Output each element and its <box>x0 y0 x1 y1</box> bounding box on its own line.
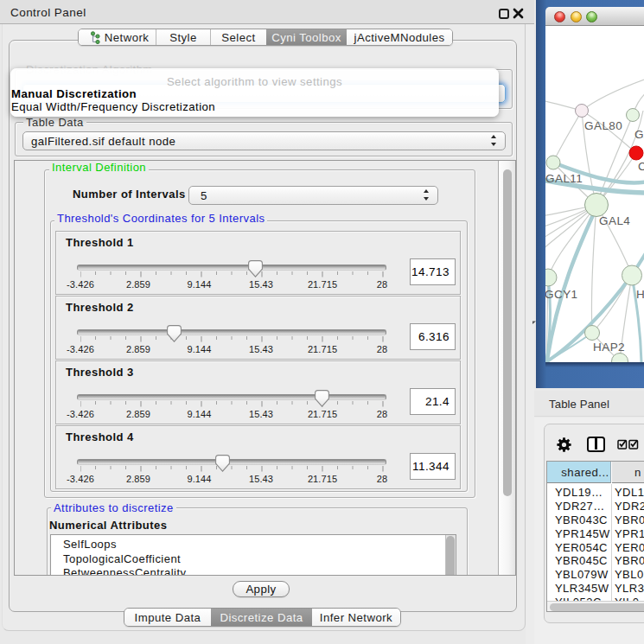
svg-text:GCY1: GCY1 <box>545 288 578 301</box>
svg-text:GAL4: GAL4 <box>599 214 630 227</box>
svg-text:GAL11: GAL11 <box>545 172 583 185</box>
svg-text:C: C <box>638 160 644 173</box>
svg-text:HAP2: HAP2 <box>593 341 625 354</box>
svg-text:H: H <box>636 288 644 301</box>
svg-text:GAL80: GAL80 <box>584 119 622 132</box>
svg-text:GA: GA <box>634 128 644 141</box>
